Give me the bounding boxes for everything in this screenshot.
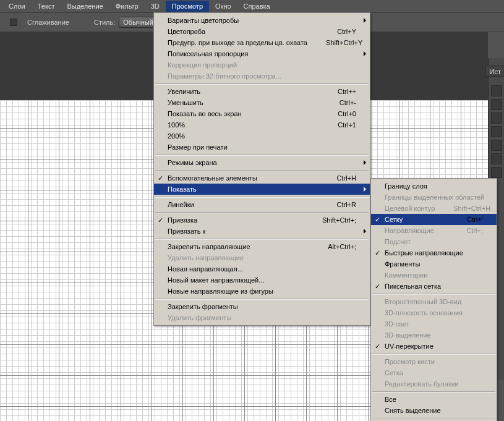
view-menu-item[interactable]: УменьшитьCtrl+- — [154, 97, 370, 108]
show-submenu-item: Целевой контурShift+Ctrl+H — [371, 203, 497, 214]
view-menu-item[interactable]: 200% — [154, 130, 370, 142]
menu-item-label: Показать во весь экран — [168, 110, 319, 117]
menu-item-label: Цветопроба — [168, 28, 318, 35]
menu-item-label: Сетка — [385, 369, 483, 376]
menu-item-label: Привязка — [168, 216, 304, 224]
view-menu-item[interactable]: Показать во весь экранCtrl+0 — [154, 108, 370, 119]
show-submenu-item[interactable]: Все — [371, 394, 497, 405]
show-submenu-item[interactable]: ✓Пиксельная сетка — [371, 281, 497, 292]
history-tab[interactable]: Ист — [485, 66, 504, 77]
panel-button[interactable] — [491, 167, 502, 178]
panel-button[interactable] — [491, 113, 502, 124]
menu-item-label: Варианты цветопробы — [168, 17, 356, 24]
submenu-arrow-icon — [364, 51, 366, 56]
menu-window[interactable]: Окно — [209, 1, 237, 12]
menu-shortcut: Ctrl+' — [448, 216, 483, 223]
view-menu-item[interactable]: 100%Ctrl+1 — [154, 119, 370, 130]
menu-shortcut: Alt+Ctrl+; — [309, 243, 356, 250]
menu-filter[interactable]: Фильтр — [109, 1, 145, 12]
menu-text[interactable]: Текст — [32, 1, 61, 12]
menu-shortcut: Shift+Ctrl+; — [304, 216, 356, 224]
menu-item-label: Линейки — [168, 201, 318, 208]
view-menu-item[interactable]: Закрепить направляющиеAlt+Ctrl+; — [154, 241, 370, 252]
show-submenu-item[interactable]: ✓СеткуCtrl+' — [371, 214, 497, 225]
menu-item-label: Привязать к — [168, 228, 356, 235]
menu-item-label: 3D-свет — [385, 320, 483, 328]
menu-3d[interactable]: 3D — [145, 1, 166, 12]
view-menu-item[interactable]: ✓Вспомогательные элементыCtrl+H — [154, 172, 370, 184]
submenu-arrow-icon — [364, 187, 366, 192]
panel-button[interactable] — [491, 85, 502, 96]
menu-item-label: Границу слоя — [385, 182, 483, 190]
view-menu-item[interactable]: Новый макет направляющей... — [154, 274, 370, 286]
panel-button[interactable] — [491, 99, 502, 110]
menu-separator — [372, 418, 495, 419]
menu-item-label: Увеличить — [168, 88, 319, 95]
check-icon: ✓ — [375, 216, 380, 224]
show-submenu-item: Просмотр кисти — [371, 356, 497, 367]
smoothing-checkbox[interactable] — [10, 19, 17, 26]
view-menu: Варианты цветопробыЦветопробаCtrl+YПреду… — [153, 12, 370, 326]
menu-item-label: Режимы экрана — [168, 159, 356, 166]
menu-item-label: Фрагменты — [385, 260, 483, 268]
menu-item-label: Уменьшить — [168, 99, 321, 106]
menu-select[interactable]: Выделение — [61, 1, 109, 12]
check-icon: ✓ — [375, 249, 380, 257]
view-menu-item[interactable]: ЦветопробаCtrl+Y — [154, 26, 370, 37]
show-submenu-item[interactable]: Снять выделение — [371, 405, 497, 416]
menu-item-label: 3D-выделение — [385, 331, 483, 339]
view-menu-item[interactable]: Размер при печати — [154, 142, 370, 153]
menu-separator — [155, 239, 369, 239]
menu-item-label: Быстрые направляющие — [385, 249, 483, 257]
menu-item-label: Попиксельная пропорция — [168, 50, 356, 57]
show-submenu-item: 3D-плоскость основания — [371, 307, 497, 318]
view-menu-item[interactable]: Закрепить фрагменты — [154, 301, 370, 312]
menu-view[interactable]: Просмотр — [166, 1, 209, 12]
view-menu-item[interactable]: Варианты цветопробы — [154, 15, 370, 26]
view-menu-item[interactable]: Новые направляющие из фигуры — [154, 286, 370, 297]
menu-item-label: Параметры 32-битного просмотра... — [168, 72, 356, 80]
menu-shortcut: Ctrl+R — [318, 201, 356, 208]
check-icon: ✓ — [158, 216, 163, 224]
show-submenu: Границу слояГраницы выделенных областейЦ… — [370, 178, 497, 421]
smoothing-label: Сглаживание — [27, 19, 69, 26]
menu-item-label: Редактировать булавки — [385, 380, 483, 388]
show-submenu-item[interactable]: ✓UV-перекрытие — [371, 341, 497, 352]
view-menu-item[interactable]: Показать — [154, 184, 370, 195]
menu-shortcut: Ctrl+0 — [319, 110, 356, 117]
view-menu-item: Параметры 32-битного просмотра... — [154, 70, 370, 82]
view-menu-item[interactable]: Режимы экрана — [154, 157, 370, 168]
view-menu-item: Удалить направляющие — [154, 252, 370, 263]
menu-shortcut: Ctrl+- — [321, 99, 356, 106]
view-menu-item[interactable]: Попиксельная пропорция — [154, 48, 370, 59]
menu-shortcut: Ctrl+1 — [319, 121, 356, 129]
panel-button[interactable] — [491, 126, 502, 137]
menu-item-label: Удалить фрагменты — [168, 314, 356, 321]
submenu-arrow-icon — [364, 18, 366, 23]
menu-item-label: Все — [385, 396, 483, 403]
menu-help[interactable]: Справка — [237, 1, 276, 12]
view-menu-item: Коррекция пропорций — [154, 59, 370, 70]
view-menu-item[interactable]: Новая направляющая... — [154, 263, 370, 274]
view-menu-item[interactable]: УвеличитьCtrl++ — [154, 86, 370, 97]
view-menu-item[interactable]: Привязать к — [154, 226, 370, 237]
check-icon: ✓ — [375, 283, 380, 291]
main-menubar: Слои Текст Выделение Фильтр 3D Просмотр … — [0, 0, 504, 12]
menu-item-label: Комментарии — [385, 271, 483, 279]
show-submenu-item[interactable]: ✓Быстрые направляющие — [371, 247, 497, 258]
view-menu-item[interactable]: ✓ПривязкаShift+Ctrl+; — [154, 215, 370, 226]
menu-shortcut: Shift+Ctrl+H — [435, 205, 490, 212]
view-menu-item[interactable]: ЛинейкиCtrl+R — [154, 199, 370, 210]
show-submenu-item[interactable]: Границу слоя — [371, 181, 497, 192]
show-submenu-item[interactable]: Фрагменты — [371, 258, 497, 270]
menu-item-label: Просмотр кисти — [385, 358, 483, 365]
panel-button[interactable] — [491, 140, 502, 151]
menu-item-label: Показать — [168, 185, 356, 193]
menu-item-label: 100% — [168, 121, 319, 129]
menu-separator — [155, 83, 369, 84]
menu-layers[interactable]: Слои — [2, 1, 32, 12]
menu-item-label: Границы выделенных областей — [385, 193, 484, 201]
view-menu-item[interactable]: Предупр. при выходе за пределы цв. охват… — [154, 37, 370, 48]
menu-item-label: 3D-плоскость основания — [385, 309, 483, 317]
panel-button[interactable] — [491, 153, 502, 164]
